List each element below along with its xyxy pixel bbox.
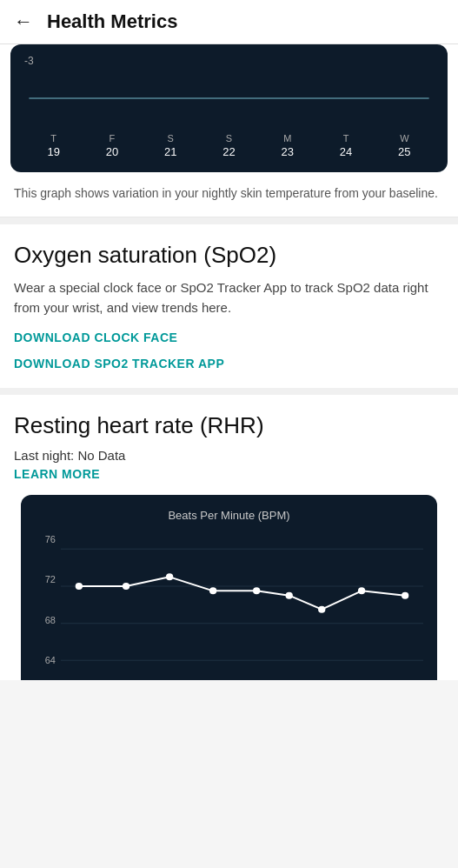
svg-point-9 xyxy=(253,587,260,594)
chart-y-label: -3 xyxy=(24,55,434,67)
svg-point-7 xyxy=(166,573,173,580)
spo2-body: Wear a special clock face or SpO2 Tracke… xyxy=(14,277,444,318)
bpm-y-label: 64 xyxy=(35,655,56,665)
chart-day-item: M23 xyxy=(282,133,294,158)
spo2-title: Oxygen saturation (SpO2) xyxy=(14,242,444,269)
download-spo2-app-link[interactable]: DOWNLOAD SPO2 TRACKER APP xyxy=(14,357,444,371)
skin-temp-description: This graph shows variation in your night… xyxy=(0,172,458,217)
back-button[interactable]: ← xyxy=(14,10,33,33)
svg-point-12 xyxy=(358,587,365,594)
svg-point-5 xyxy=(76,583,83,590)
section-divider-1 xyxy=(0,217,458,224)
spo2-section: Oxygen saturation (SpO2) Wear a special … xyxy=(0,224,458,388)
bpm-chart-card: Beats Per Minute (BPM) 76726864 xyxy=(21,495,437,680)
bpm-y-label: 76 xyxy=(35,534,56,544)
header: ← Health Metrics xyxy=(0,0,458,44)
svg-point-13 xyxy=(402,591,408,598)
chart-day-item: S21 xyxy=(164,133,176,158)
svg-point-6 xyxy=(123,583,129,590)
chart-day-item: W25 xyxy=(398,133,410,158)
rhr-subtitle: Last night: No Data xyxy=(14,448,444,463)
chart-day-item: S22 xyxy=(222,133,235,158)
page-title: Health Metrics xyxy=(47,10,177,33)
rhr-title: Resting heart rate (RHR) xyxy=(14,412,444,439)
download-clock-face-link[interactable]: DOWNLOAD CLOCK FACE xyxy=(14,331,444,344)
bpm-y-labels: 76726864 xyxy=(35,531,56,670)
bpm-chart-title: Beats Per Minute (BPM) xyxy=(35,509,423,522)
svg-point-10 xyxy=(286,591,293,598)
chart-day-item: T19 xyxy=(47,133,59,158)
bpm-chart-area: 76726864 xyxy=(35,531,423,670)
skin-temp-svg xyxy=(24,72,434,128)
chart-day-item: F20 xyxy=(106,133,118,158)
bpm-svg-wrap xyxy=(61,531,423,670)
chart-day-item: T24 xyxy=(340,133,352,158)
skin-temp-chart-card: -3 T19F20S21S22M23T24W25 xyxy=(10,44,448,172)
svg-point-11 xyxy=(318,605,325,612)
bpm-y-label: 68 xyxy=(35,615,56,625)
svg-point-8 xyxy=(209,587,216,594)
section-divider-2 xyxy=(0,388,458,395)
rhr-learn-more-link[interactable]: LEARN MORE xyxy=(14,467,100,481)
chart-days: T19F20S21S22M23T24W25 xyxy=(24,133,434,158)
rhr-section: Resting heart rate (RHR) Last night: No … xyxy=(0,395,458,495)
bpm-y-label: 72 xyxy=(35,574,56,584)
